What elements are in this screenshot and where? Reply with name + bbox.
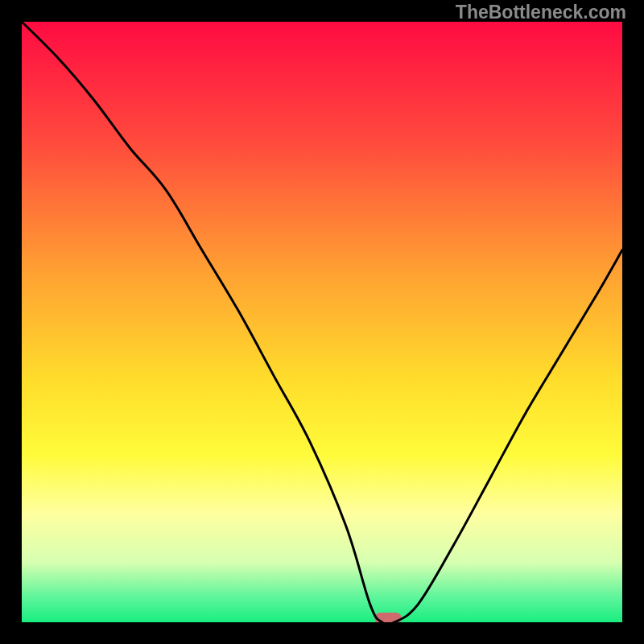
plot-area <box>22 22 622 622</box>
gradient-rect <box>22 22 622 622</box>
watermark-label: TheBottleneck.com <box>456 2 626 23</box>
chart-svg <box>22 22 622 622</box>
chart-frame: TheBottleneck.com <box>0 0 644 644</box>
